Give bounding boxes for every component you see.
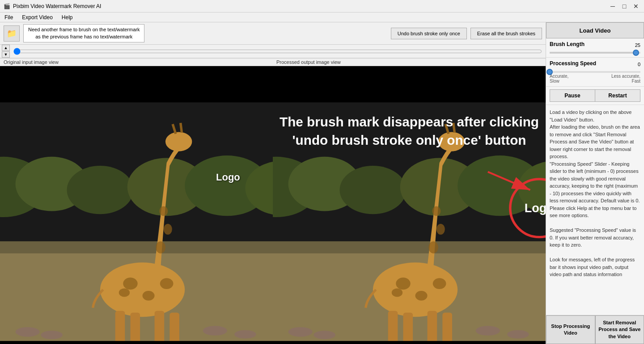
right-panel-label: Processed output image view <box>273 58 546 66</box>
app-title: Pixbim Video Watermark Remover AI <box>13 3 101 9</box>
frame-slider[interactable] <box>13 48 542 55</box>
svg-point-48 <box>432 206 441 216</box>
svg-point-36 <box>340 166 407 214</box>
svg-point-12 <box>123 277 137 289</box>
load-video-button[interactable]: Load Video <box>546 22 644 38</box>
svg-point-17 <box>164 224 172 235</box>
processing-speed-section: Processing Speed 0 Accurate,Slow Less ac… <box>546 58 644 87</box>
speed-right-label: Less accurate,Fast <box>611 74 640 84</box>
toolbar: 📁 Need another frame to brush on the tex… <box>0 22 546 45</box>
svg-point-28 <box>234 330 256 339</box>
svg-point-44 <box>433 278 446 289</box>
svg-rect-59 <box>273 341 546 344</box>
info-text: Load a video by clicking on the above "L… <box>546 105 644 315</box>
svg-point-47 <box>436 224 445 235</box>
restart-button[interactable]: Restart <box>595 89 640 102</box>
hint-text: Need another frame to brush on the text/… <box>28 27 140 39</box>
start-btn-label: Start RemovalProcess and Savethe Video <box>598 320 640 339</box>
svg-point-26 <box>41 331 63 339</box>
svg-point-57 <box>476 326 500 336</box>
info-paragraph-3: Look for messages, left of the progress … <box>550 256 640 278</box>
right-giraffe-scene: The brush mark disappears after clicking… <box>273 66 546 344</box>
titlebar-left: 🎬 Pixbim Video Watermark Remover AI <box>4 3 101 9</box>
svg-point-43 <box>415 291 428 301</box>
stop-btn-label: Stop ProcessingVideo <box>551 323 590 336</box>
left-logo-watermark: Logo <box>216 172 240 183</box>
main: 📁 Need another frame to brush on the tex… <box>0 22 644 344</box>
svg-rect-22 <box>169 313 179 344</box>
left-panel-label: Original input image view <box>0 58 273 66</box>
svg-line-24 <box>181 123 182 133</box>
svg-point-46 <box>428 241 438 253</box>
pause-restart-row: Pause Restart <box>546 87 644 105</box>
svg-point-11 <box>165 132 192 151</box>
svg-point-14 <box>160 278 174 289</box>
svg-rect-20 <box>130 313 140 344</box>
bottom-buttons: Stop ProcessingVideo Start RemovalProces… <box>546 315 644 344</box>
menu-export-video[interactable]: Export Video <box>19 13 55 21</box>
svg-rect-33 <box>273 241 546 253</box>
svg-rect-3 <box>0 241 273 253</box>
brush-length-thumb[interactable] <box>633 50 639 56</box>
minimize-button[interactable]: ─ <box>608 3 617 10</box>
menubar: File Export Video Help <box>0 13 644 22</box>
svg-text:Logo: Logo <box>525 201 546 215</box>
maximize-button[interactable]: □ <box>620 3 629 10</box>
brush-length-track <box>550 52 636 54</box>
processing-speed-label: Processing Speed <box>550 60 596 67</box>
start-removal-button[interactable]: Start RemovalProcess and Savethe Video <box>595 315 644 344</box>
svg-point-55 <box>288 327 313 337</box>
titlebar: 🎬 Pixbim Video Watermark Remover AI ─ □ … <box>0 0 644 13</box>
svg-point-40 <box>373 262 458 317</box>
speed-sublabels: Accurate,Slow Less accurate,Fast <box>550 74 640 84</box>
erase-brush-button[interactable]: Erase all the brush strokes <box>470 28 542 39</box>
app-icon: 🎬 <box>4 3 10 9</box>
svg-rect-19 <box>115 311 125 344</box>
brush-length-label: Brush Length <box>550 41 585 47</box>
frame-down-button[interactable]: ▼ <box>2 51 10 58</box>
left-panel-content[interactable]: Logo <box>0 66 273 344</box>
svg-point-45 <box>392 289 402 297</box>
slider-row: ▲ ▼ <box>0 45 546 58</box>
left-giraffe-scene <box>0 66 273 344</box>
close-button[interactable]: ✕ <box>631 3 640 10</box>
svg-text:The brush mark disappears afte: The brush mark disappears after clicking <box>280 114 539 129</box>
speed-left-label: Accurate,Slow <box>550 74 568 84</box>
svg-point-6 <box>67 166 134 214</box>
svg-point-27 <box>203 326 227 336</box>
left-panel: Original input image view <box>0 58 273 344</box>
svg-rect-21 <box>155 311 165 344</box>
undo-brush-button[interactable]: Undo brush stroke only once <box>391 28 467 39</box>
right-panel-content[interactable]: The brush mark disappears after clicking… <box>273 66 546 344</box>
svg-rect-1 <box>0 66 273 102</box>
pause-button[interactable]: Pause <box>550 89 595 102</box>
brush-length-section: Brush Length 25 <box>546 38 644 58</box>
svg-point-10 <box>100 262 185 317</box>
svg-rect-51 <box>428 311 437 344</box>
hint-box: Need another frame to brush on the text/… <box>23 24 144 42</box>
info-paragraph-2: Suggested "Processing Speed" value is 0.… <box>550 227 640 249</box>
svg-point-25 <box>16 327 40 337</box>
svg-point-58 <box>507 330 529 339</box>
svg-rect-49 <box>388 311 398 344</box>
svg-rect-52 <box>442 313 452 344</box>
svg-point-16 <box>156 241 165 253</box>
processing-speed-thumb[interactable] <box>547 69 553 75</box>
right-panel-view: Processed output image view <box>273 58 546 344</box>
processing-speed-slider[interactable] <box>550 71 640 73</box>
menu-help[interactable]: Help <box>59 13 76 21</box>
processing-speed-value: 0 <box>638 62 640 67</box>
info-paragraph: Load a video by clicking on the above "L… <box>550 109 640 219</box>
stop-processing-button[interactable]: Stop ProcessingVideo <box>546 315 595 344</box>
brush-length-slider[interactable] <box>550 52 640 54</box>
titlebar-controls: ─ □ ✕ <box>608 3 640 10</box>
svg-point-42 <box>396 277 410 289</box>
svg-rect-31 <box>273 66 546 102</box>
frame-up-button[interactable]: ▲ <box>2 45 10 51</box>
svg-point-13 <box>143 291 155 301</box>
right-settings-panel: Load Video Brush Length 25 Processing Sp… <box>546 22 644 344</box>
svg-text:'undo brush stroke only once' : 'undo brush stroke only once' button <box>292 133 526 147</box>
brush-length-value: 25 <box>635 42 640 48</box>
open-folder-button[interactable]: 📁 <box>4 25 20 42</box>
menu-file[interactable]: File <box>2 13 16 21</box>
